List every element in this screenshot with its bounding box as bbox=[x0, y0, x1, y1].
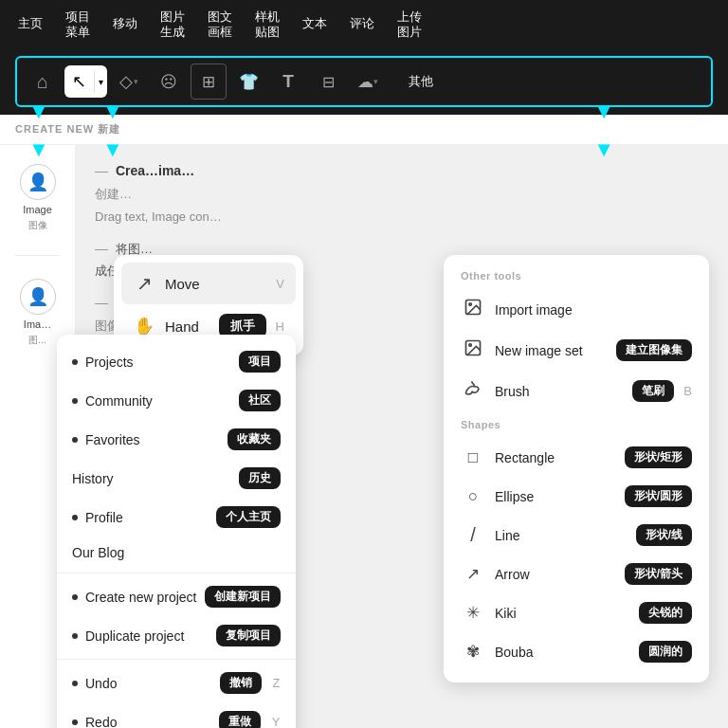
nav-move[interactable]: 移动 bbox=[102, 10, 148, 38]
nav-text[interactable]: 文本 bbox=[292, 10, 337, 38]
proj-duplicate[interactable]: Duplicate project 复制项目 bbox=[57, 616, 296, 655]
cloud-arrow-icon[interactable]: ▾ bbox=[373, 77, 378, 86]
proj-dot3 bbox=[72, 437, 78, 443]
bouba-label: Bouba bbox=[495, 645, 629, 660]
nav-image-gen[interactable]: 图片 生成 bbox=[150, 4, 195, 45]
brush-shortcut: B bbox=[683, 384, 692, 398]
shape-ellipse[interactable]: ○ Ellipse 形状/圆形 bbox=[451, 477, 701, 516]
panel-divider bbox=[15, 255, 60, 256]
hand-icon: ✋ bbox=[133, 316, 155, 337]
panel-image2-label-zh: 图… bbox=[28, 334, 47, 347]
move-item-move[interactable]: ↗ Move V bbox=[121, 263, 296, 304]
rectangle-badge: 形状/矩形 bbox=[625, 446, 692, 468]
kiki-badge: 尖锐的 bbox=[639, 602, 692, 624]
tool-cloud[interactable]: ☁ ▾ bbox=[350, 64, 386, 100]
svg-point-3 bbox=[469, 344, 472, 347]
move-shortcut: V bbox=[276, 277, 284, 291]
proj-undo-shortcut: Z bbox=[273, 676, 281, 690]
panel-image2-label: Ima… bbox=[24, 318, 51, 330]
tool-select[interactable]: ◇ ▾ bbox=[111, 64, 147, 100]
nav-upload-image[interactable]: 上传 图片 bbox=[387, 4, 432, 45]
import-image-label: Import image bbox=[495, 302, 692, 318]
other-new-image-set[interactable]: New image set 建立图像集 bbox=[451, 330, 701, 371]
proj-community[interactable]: Community 社区 bbox=[57, 381, 296, 420]
image-icon: 👤 bbox=[20, 164, 56, 200]
nav-project-menu[interactable]: 项目 菜单 bbox=[55, 4, 100, 45]
proj-dot5 bbox=[72, 594, 78, 600]
new-image-set-label: New image set bbox=[495, 343, 607, 358]
proj-redo-shortcut: Y bbox=[272, 715, 281, 728]
tool-text[interactable]: T bbox=[270, 64, 306, 100]
tool-home[interactable]: ⌂ bbox=[25, 64, 61, 100]
proj-undo[interactable]: Undo 撤销 Z bbox=[57, 664, 296, 702]
proj-projects[interactable]: Projects 项目 bbox=[57, 342, 296, 381]
main-area: 👤 Image 图像 👤 Ima… 图… — Crea…ima… 创建…Drag… bbox=[0, 145, 728, 728]
arrow-move-down2: ▼ bbox=[102, 137, 123, 162]
proj-history[interactable]: History 历史 bbox=[57, 459, 296, 498]
ellipse-icon: ○ bbox=[461, 487, 485, 506]
brush-badge: 笔刷 bbox=[632, 380, 674, 402]
other-brush[interactable]: Brush 笔刷 B bbox=[451, 371, 701, 411]
proj-redo-label: Redo bbox=[85, 715, 211, 728]
tool-cursor[interactable]: ↖ ▾ bbox=[64, 65, 107, 98]
shapes-title: Shapes bbox=[451, 415, 701, 438]
proj-dot7 bbox=[72, 681, 78, 686]
tool-message[interactable]: ⊟ bbox=[310, 64, 346, 100]
proj-favorites[interactable]: Favorites 收藏夹 bbox=[57, 420, 296, 459]
panel-image2-item[interactable]: 👤 Ima… 图… bbox=[12, 271, 64, 355]
proj-ourblog[interactable]: Our Blog bbox=[57, 537, 296, 569]
tool-frame[interactable]: ⊞ bbox=[191, 64, 227, 100]
proj-history-badge: 历史 bbox=[239, 467, 281, 489]
proj-profile[interactable]: Profile 个人主页 bbox=[57, 498, 296, 537]
shape-arrow[interactable]: ↗ Arrow 形状/箭头 bbox=[451, 555, 701, 593]
proj-favorites-badge: 收藏夹 bbox=[228, 428, 281, 450]
proj-create-new-badge: 创建新项目 bbox=[205, 586, 281, 608]
arrow-move-down: ▼ bbox=[102, 100, 123, 124]
svg-line-4 bbox=[471, 382, 474, 386]
shape-bouba[interactable]: ✾ Bouba 圆润的 bbox=[451, 632, 701, 671]
tool-face[interactable]: ☹ bbox=[151, 64, 187, 100]
section-create-title: Crea…ima… bbox=[116, 163, 194, 178]
cursor-icon: ↖ bbox=[64, 65, 94, 98]
new-image-set-badge: 建立图像集 bbox=[616, 339, 692, 361]
kiki-label: Kiki bbox=[495, 606, 629, 621]
arrow-icon: ↗ bbox=[461, 564, 485, 584]
proj-redo[interactable]: Redo 重做 Y bbox=[57, 702, 296, 728]
proj-dot6 bbox=[72, 633, 78, 639]
nav-sample-sticker[interactable]: 样机 贴图 bbox=[245, 4, 290, 45]
proj-dot2 bbox=[72, 398, 78, 404]
nav-home[interactable]: 主页 bbox=[8, 10, 53, 38]
proj-profile-badge: 个人主页 bbox=[216, 506, 281, 528]
arrow-project-down2: ▼ bbox=[28, 137, 49, 162]
shape-line[interactable]: / Line 形状/线 bbox=[451, 516, 701, 555]
proj-create-new[interactable]: Create new project 创建新项目 bbox=[57, 577, 296, 616]
shape-rectangle[interactable]: □ Rectangle 形状/矩形 bbox=[451, 438, 701, 477]
select-arrow-icon[interactable]: ▾ bbox=[134, 77, 138, 86]
proj-create-new-label: Create new project bbox=[85, 590, 197, 605]
arrow-project-down: ▼ bbox=[28, 100, 49, 124]
new-image-set-icon bbox=[461, 338, 485, 362]
select-icon: ◇ bbox=[119, 71, 133, 92]
nav-comment[interactable]: 评论 bbox=[339, 10, 385, 38]
svg-point-1 bbox=[469, 303, 472, 306]
shape-kiki[interactable]: ✳ Kiki 尖锐的 bbox=[451, 593, 701, 632]
arrow-badge: 形状/箭头 bbox=[625, 563, 692, 585]
other-tools-title: Other tools bbox=[451, 266, 701, 289]
proj-projects-badge: 项目 bbox=[239, 351, 281, 373]
proj-duplicate-label: Duplicate project bbox=[85, 628, 209, 644]
other-button[interactable]: 其他 bbox=[395, 66, 446, 97]
nav-mockup-frame[interactable]: 图文 画框 bbox=[197, 4, 243, 45]
arrow-other-down2: ▼ bbox=[593, 137, 614, 162]
other-import-image[interactable]: Import image bbox=[451, 289, 701, 330]
tool-shirt[interactable]: 👕 bbox=[230, 64, 266, 100]
proj-history-label: History bbox=[72, 471, 231, 486]
proj-divider2 bbox=[57, 659, 296, 660]
proj-dot bbox=[72, 359, 78, 365]
ellipse-label: Ellipse bbox=[495, 489, 615, 504]
rectangle-icon: □ bbox=[461, 448, 485, 467]
proj-dot8 bbox=[72, 719, 78, 725]
panel-image-item[interactable]: 👤 Image 图像 bbox=[12, 156, 64, 240]
cursor-dropdown-arrow[interactable]: ▾ bbox=[94, 71, 107, 93]
import-image-icon bbox=[461, 298, 485, 321]
top-nav: 主页 项目 菜单 移动 图片 生成 图文 画框 样机 贴图 文本 评论 上传 图… bbox=[0, 0, 728, 48]
